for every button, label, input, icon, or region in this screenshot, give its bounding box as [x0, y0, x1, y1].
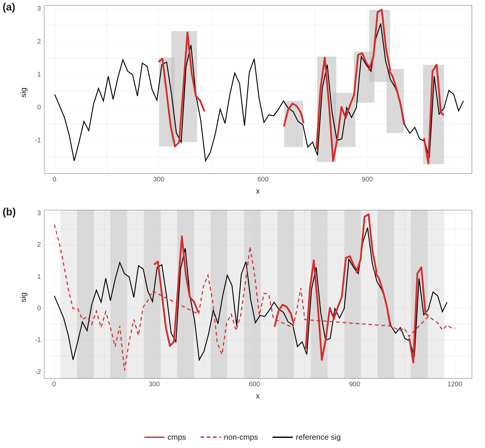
legend: cmps non-cmps reference sig [0, 433, 485, 442]
legend-item-noncmps: non-cmps [201, 433, 258, 442]
panel-a-ylabel: sig [19, 85, 28, 100]
legend-key-ref [273, 433, 293, 441]
panel-a-xlabel: x [44, 187, 472, 195]
xtick-label: 600 [247, 380, 262, 388]
legend-item-cmps: cmps [144, 433, 186, 442]
xtick-label: 600 [255, 175, 271, 183]
ytick-label: -2 [35, 368, 41, 376]
panel-b-label: (b) [3, 206, 16, 218]
ytick-label: 2 [37, 37, 41, 45]
panel-a-label: (a) [3, 1, 15, 13]
legend-label-noncmps: non-cmps [224, 433, 258, 442]
xtick-label: 0 [46, 380, 62, 388]
legend-item-ref: reference sig [273, 433, 341, 442]
ytick-label: -1 [35, 336, 41, 344]
panel-b-ylabel: sig [19, 290, 28, 305]
legend-label-cmps: cmps [168, 433, 186, 442]
ytick-label: 1 [37, 70, 41, 78]
panel-a: (a) sig x -101230300600900 [0, 0, 485, 202]
ytick-label: 0 [37, 103, 41, 111]
figure: (a) sig x -101230300600900 (b) sig x -2-… [0, 0, 485, 448]
plot-a [44, 5, 472, 174]
xtick-label: 900 [360, 175, 375, 183]
plot-b [44, 210, 472, 379]
legend-key-cmps [144, 433, 165, 441]
legend-label-ref: reference sig [296, 433, 341, 442]
panel-b: (b) sig x -2-1012303006009001200 [0, 205, 485, 407]
legend-key-noncmps [201, 433, 221, 441]
ytick-label: 3 [37, 209, 41, 217]
ytick-label: 3 [37, 4, 41, 12]
xtick-label: 900 [347, 380, 362, 388]
ytick-label: 1 [37, 272, 41, 281]
xtick-label: 300 [151, 175, 167, 183]
ytick-label: 2 [37, 241, 41, 249]
xtick-label: 0 [47, 175, 62, 183]
xtick-label: 300 [146, 380, 162, 388]
xtick-label: 1200 [447, 380, 463, 388]
ytick-label: 0 [37, 304, 41, 312]
ytick-label: -1 [35, 136, 41, 144]
panel-b-xlabel: x [44, 391, 472, 400]
